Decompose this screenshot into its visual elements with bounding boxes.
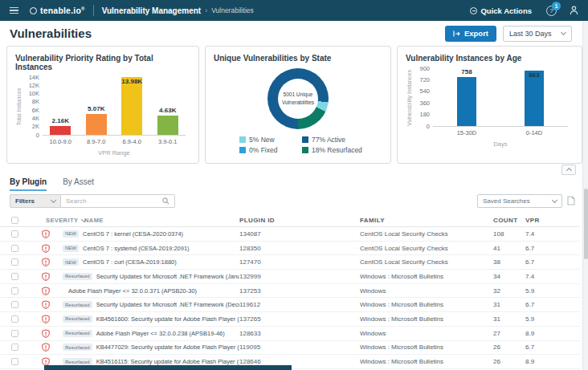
count-cell: 38	[493, 258, 525, 266]
table-row[interactable]: Adobe Flash Player <= 32.0.0.371 (APSB20…	[0, 284, 580, 299]
chevron-down-icon	[552, 197, 557, 203]
filters-dropdown[interactable]: Filters	[10, 194, 61, 208]
y-tick: 900	[419, 65, 430, 72]
y-tick: 180	[419, 111, 430, 118]
legend-item-resurfaced: 18% Resurfaced	[302, 146, 382, 154]
header-count[interactable]: Count	[493, 217, 525, 224]
help-button[interactable]: ? 1	[546, 6, 557, 16]
app-root: tenable.io® Vulnerability Management › V…	[0, 0, 588, 370]
plugin-name-cell[interactable]: ResurfacedSecurity Updates for Microsoft…	[63, 301, 239, 308]
tab-by-asset[interactable]: By Asset	[63, 177, 94, 191]
legend-label: 0% Fixed	[249, 146, 277, 154]
user-icon[interactable]	[570, 6, 578, 15]
header-family[interactable]: Family	[360, 217, 493, 224]
plugin-name-cell[interactable]: NEWCentOS 7 : systemd (CESA-2019:2091)	[63, 245, 239, 252]
x-tick: 8.9-7.0	[79, 138, 115, 145]
plugin-name-cell[interactable]: ResurfacedKB4561600: Security update for…	[63, 315, 239, 323]
state-donut-chart[interactable]: 5001 Unique Vulnerabilities	[267, 68, 329, 129]
chevron-down-icon	[51, 197, 56, 203]
header-severity[interactable]: Severity	[35, 217, 63, 224]
chart-title: Vulnerability Priority Rating by Total I…	[7, 47, 198, 75]
header-vpr[interactable]: VPR	[525, 217, 562, 224]
plugin-name-cell[interactable]: ResurfacedSecurity Updates for Microsoft…	[63, 273, 239, 280]
table-row[interactable]: ResurfacedAdobe Flash Player <= 32.0.0.2…	[0, 327, 580, 341]
row-checkbox[interactable]	[11, 230, 18, 238]
row-checkbox[interactable]	[11, 258, 18, 266]
row-checkbox[interactable]	[11, 358, 18, 365]
table-row[interactable]: NEWCentOS 7 : systemd (CESA-2019:2091)12…	[0, 242, 580, 256]
top-navbar: tenable.io® Vulnerability Management › V…	[0, 0, 588, 21]
breadcrumb-vulnerabilities[interactable]: Vulnerabilities	[211, 6, 254, 14]
save-search-button[interactable]	[567, 196, 575, 208]
bar-3.9-0.1[interactable]	[157, 116, 178, 135]
plugin-name-cell[interactable]: ResurfacedKB4477029: Security update for…	[63, 344, 239, 351]
y-tick: 360	[419, 100, 430, 107]
x-axis-label: Days	[433, 140, 568, 148]
saved-searches-select[interactable]: Saved Searches	[477, 194, 562, 208]
severity-critical-icon	[42, 272, 50, 281]
tab-by-plugin[interactable]: By Plugin	[10, 177, 47, 191]
donut-center-label: 5001 Unique Vulnerabilities	[278, 79, 318, 119]
row-checkbox[interactable]	[11, 344, 18, 351]
legend-item-new: 5% New	[239, 136, 302, 144]
bar-value-label: 758	[433, 68, 500, 75]
header-plugin-id[interactable]: Plugin ID	[239, 217, 360, 224]
vpr-cell: 6.7	[525, 258, 562, 266]
brand-logo[interactable]: tenable.io®	[30, 6, 85, 15]
family-cell: CentOS Local Security Checks	[360, 230, 493, 238]
plugin-name-cell[interactable]: NEWCentOS 7 : curl (CESA-2019:1880)	[63, 258, 239, 266]
quick-actions-button[interactable]: Quick Actions	[470, 6, 532, 15]
x-tick: 3.9-0.1	[150, 138, 186, 145]
date-range-select[interactable]: Last 30 Days	[503, 26, 572, 42]
family-cell: Windows : Microsoft Bulletins	[360, 344, 493, 351]
export-button[interactable]: Export	[445, 26, 496, 42]
plugin-name-cell[interactable]: NEWCentOS 7 : kernel (CESA-2020:0374)	[63, 230, 239, 238]
search-input[interactable]	[66, 197, 162, 205]
count-cell: 34	[493, 273, 525, 280]
table-row[interactable]: NEWCentOS 7 : curl (CESA-2019:1880)12747…	[0, 255, 580, 270]
scrollbar-thumb[interactable]	[584, 189, 588, 259]
x-tick: 15-30D	[433, 129, 500, 136]
bar-8.9-7.0[interactable]	[86, 114, 107, 135]
state-badge: Resurfaced	[63, 358, 92, 365]
bar-6.9-4.0[interactable]	[121, 77, 142, 135]
table-row[interactable]: ResurfacedKB4477029: Security update for…	[0, 341, 580, 356]
table-row[interactable]: ResurfacedKB4561600: Security update for…	[0, 312, 580, 327]
bar-0-14D[interactable]	[525, 71, 544, 126]
plugin-name-cell[interactable]: Adobe Flash Player <= 32.0.0.371 (APSB20…	[63, 287, 239, 295]
row-checkbox[interactable]	[11, 245, 18, 252]
page-title: Vulnerabilities	[10, 26, 92, 40]
menu-icon[interactable]	[10, 7, 18, 14]
table-row[interactable]: ResurfacedSecurity Updates for Microsoft…	[0, 298, 580, 312]
row-checkbox[interactable]	[11, 330, 18, 337]
header-name[interactable]: Name	[63, 217, 239, 224]
plugin-name-cell[interactable]: ResurfacedAdobe Flash Player <= 32.0.0.2…	[63, 330, 239, 337]
legend-swatch	[302, 147, 308, 153]
table-row[interactable]: NEWCentOS 7 : kernel (CESA-2020:0374)134…	[0, 227, 580, 242]
collapse-charts-button[interactable]	[561, 165, 576, 175]
severity-critical-icon	[42, 343, 50, 352]
row-checkbox[interactable]	[11, 287, 18, 295]
search-box	[61, 194, 175, 208]
bar-15-30D[interactable]	[457, 77, 476, 126]
breadcrumb-vulnerability-management[interactable]: Vulnerability Management	[102, 6, 202, 15]
vertical-scrollbar[interactable]	[582, 21, 588, 370]
notification-badge: 1	[552, 2, 561, 10]
select-all-checkbox[interactable]	[11, 217, 18, 224]
plugin-name-cell[interactable]: ResurfacedKB4516115: Security update for…	[63, 358, 239, 365]
bar-10.0-9.0[interactable]	[50, 126, 71, 135]
bar-value-label: 863	[500, 71, 568, 79]
count-cell: 41	[493, 245, 525, 252]
row-checkbox[interactable]	[11, 273, 18, 280]
chart-title: Unique Vulnerabilities by State	[206, 47, 390, 67]
page-header: Vulnerabilities Export Last 30 Days	[0, 21, 582, 46]
plugin-id-cell: 127470	[239, 258, 360, 266]
table-row[interactable]: ResurfacedSecurity Updates for Microsoft…	[0, 270, 580, 284]
bottom-blue-bar	[44, 365, 292, 370]
age-bar-plot: 758863	[433, 69, 568, 127]
count-cell: 26	[493, 358, 525, 365]
count-cell: 26	[493, 344, 525, 351]
vpr-cell: 8.9	[525, 358, 562, 365]
row-checkbox[interactable]	[11, 315, 18, 323]
row-checkbox[interactable]	[11, 301, 18, 308]
